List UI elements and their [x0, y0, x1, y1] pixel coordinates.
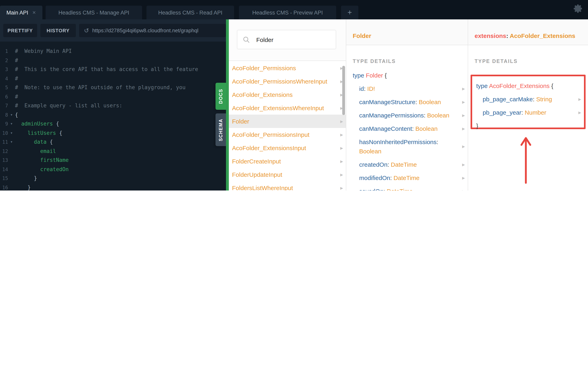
text-segment: #: [15, 57, 18, 63]
line-number: 5: [0, 83, 8, 92]
line-number: 16: [0, 183, 8, 190]
api-tab-headless-cms-preview-api[interactable]: Headless CMS - Preview API: [239, 6, 336, 19]
code-line[interactable]: 4#: [0, 74, 226, 83]
type-list-item[interactable]: FolderCreateInput▶: [229, 155, 346, 168]
type-list-item[interactable]: Folder▶: [229, 115, 346, 128]
fold-caret-icon[interactable]: ▼: [8, 128, 15, 138]
type-list-item[interactable]: FoldersListWhereInput▶: [229, 181, 346, 190]
reload-icon[interactable]: ↺: [84, 27, 89, 34]
text-segment: # Example query - list all users:: [15, 103, 122, 108]
text-segment: [15, 139, 34, 145]
text-segment: [15, 130, 28, 136]
text-segment: DateTime: [391, 161, 417, 168]
text-segment: hasNonInheritedPermissions: [359, 138, 437, 145]
field-row-canManageContent[interactable]: canManageContent: Boolean▶: [346, 122, 468, 135]
text-segment: listUsers: [28, 130, 56, 136]
api-tab-main-api[interactable]: Main API✕: [0, 6, 42, 19]
type-list-item[interactable]: AcoFolder_Extensions▶: [229, 88, 346, 101]
code-line[interactable]: 16 }: [0, 183, 226, 190]
query-editor[interactable]: 1# Webiny Main API2#3# This is the core …: [0, 42, 226, 190]
list-item-line: AcoFolder_PermissionsWhereInput: [232, 77, 336, 86]
api-tab-headless-cms-manage-api[interactable]: Headless CMS - Manage API: [46, 6, 142, 19]
text-segment: data: [34, 139, 47, 145]
code-line[interactable]: 15 }: [0, 174, 226, 183]
text-segment: }: [15, 175, 37, 181]
code-line[interactable]: 11▼ data {: [0, 138, 226, 147]
search-input[interactable]: Folder: [237, 30, 336, 49]
text-segment: # Note: to use the API outside of the pl…: [15, 84, 186, 90]
text-segment: extensions: [475, 32, 506, 39]
text-segment: [15, 121, 21, 127]
type-list-item[interactable]: AcoFolder_PermissionsInput▶: [229, 128, 346, 141]
code-line[interactable]: 8▼{: [0, 110, 226, 120]
fold-caret-icon[interactable]: ▼: [8, 110, 15, 120]
text-segment: FoldersListWhereInput: [232, 184, 293, 190]
text-segment: modifiedOn: [359, 174, 390, 181]
code-line[interactable]: 7# Example query - list all users:: [0, 101, 226, 110]
field-row-id[interactable]: id: ID!▶: [346, 82, 468, 95]
text-segment: #: [15, 93, 18, 100]
code-line[interactable]: 3# This is the core API that has access …: [0, 65, 226, 74]
code-line[interactable]: 1# Webiny Main API: [0, 47, 226, 56]
editor-toolbar: PRETTIFY HISTORY ↺ https://d2785gi4qi6pw…: [0, 19, 226, 42]
fold-caret-icon[interactable]: ▼: [8, 138, 15, 147]
text-segment: :: [412, 125, 416, 132]
expand-arrow-icon: ▶: [462, 189, 465, 190]
list-item-line: Folder: [232, 117, 336, 126]
type-list-item[interactable]: FolderUpdateInput▶: [229, 168, 346, 181]
line-number: 10: [0, 128, 8, 138]
fold-gutter: [8, 56, 15, 65]
expand-arrow-icon: ▶: [340, 172, 343, 177]
code-line[interactable]: 12 email: [0, 147, 226, 156]
graphql-playground-window: Main API✕Headless CMS - Manage APIHeadle…: [0, 0, 588, 190]
text-segment: {: [47, 139, 53, 145]
history-button[interactable]: HISTORY: [40, 24, 76, 37]
add-tab-button[interactable]: +: [341, 6, 358, 19]
text-segment: id: [359, 85, 364, 92]
line-number: 2: [0, 56, 8, 65]
text-segment: pb_page_carMake: [483, 96, 533, 103]
type-declaration: type Folder {: [346, 69, 468, 82]
tab-bar: Main API✕Headless CMS - Manage APIHeadle…: [0, 0, 588, 19]
code-line[interactable]: 14 createdOn: [0, 165, 226, 174]
field-row-createdOn[interactable]: createdOn: DateTime▶: [346, 158, 468, 171]
fold-caret-icon[interactable]: ▼: [8, 120, 15, 128]
type-list-item[interactable]: AcoFolder_Permissions▶: [229, 61, 346, 75]
field-row-canManageStructure[interactable]: canManageStructure: Boolean▶: [346, 95, 468, 108]
settings-gear-icon[interactable]: [573, 4, 583, 13]
docs-search-column: Folder AcoFolder_Permissions▶AcoFolder_P…: [229, 19, 346, 190]
code-text: #: [15, 56, 18, 65]
code-line[interactable]: 2#: [0, 56, 226, 65]
code-line[interactable]: 6#: [0, 92, 226, 101]
text-segment: canManageContent: [359, 125, 412, 132]
type-list-item[interactable]: AcoFolder_PermissionsWhereInput▶: [229, 75, 346, 88]
text-segment: :: [437, 138, 438, 145]
field-row-hasNonInheritedPermissions[interactable]: hasNonInheritedPermissions:Boolean▶: [346, 135, 468, 158]
code-line[interactable]: 13 firstName: [0, 156, 226, 165]
field-row-modifiedOn[interactable]: modifiedOn: DateTime▶: [346, 171, 468, 184]
field-row-savedOn[interactable]: savedOn: DateTime▶: [346, 184, 468, 190]
code-line[interactable]: 10▼ listUsers {: [0, 128, 226, 138]
schema-side-tab[interactable]: SCHEMA: [215, 113, 226, 146]
field-row-pb_page_carMake[interactable]: pb_page_carMake: String▶: [472, 92, 584, 106]
docs-panel-divider[interactable]: [226, 19, 229, 190]
endpoint-url-input[interactable]: ↺ https://d2785gi4qi6pw8.cloudfront.net/…: [79, 24, 226, 37]
text-segment: Folder: [353, 32, 371, 39]
close-tab-icon[interactable]: ✕: [32, 10, 36, 15]
field-row-pb_page_year[interactable]: pb_page_year: Number▶: [472, 106, 584, 119]
text-segment: adminUsers: [21, 121, 53, 127]
docs-side-tab[interactable]: DOCS: [215, 83, 226, 110]
field-row-canManagePermissions[interactable]: canManagePermissions: Boolean▶: [346, 108, 468, 122]
type-list-item[interactable]: AcoFolder_ExtensionsWhereInput▶: [229, 101, 346, 115]
list-scrollbar-thumb[interactable]: [342, 66, 345, 115]
prettify-button[interactable]: PRETTIFY: [3, 24, 37, 37]
type-list-item[interactable]: AcoFolder_ExtensionsInput▶: [229, 141, 346, 155]
type-closing-brace: }: [472, 119, 584, 132]
api-tab-headless-cms-read-api[interactable]: Headless CMS - Read API: [147, 6, 234, 19]
text-segment: Boolean: [359, 148, 381, 155]
text-segment: type: [476, 82, 489, 89]
tab-label: Headless CMS - Read API: [158, 9, 222, 16]
code-line[interactable]: 5# Note: to use the API outside of the p…: [0, 83, 226, 92]
fold-gutter: [8, 74, 15, 83]
code-line[interactable]: 9▼ adminUsers {: [0, 120, 226, 128]
